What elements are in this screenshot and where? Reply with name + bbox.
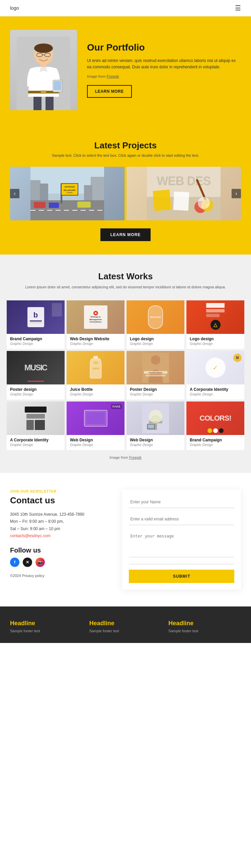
svg-rect-10 [54, 81, 61, 90]
work-title-4: Poster design [10, 387, 61, 392]
name-input[interactable] [129, 496, 234, 508]
follow-us-title: Follow us [10, 547, 109, 554]
svg-rect-12 [45, 97, 54, 110]
work-category-7: Graphic Design [190, 393, 241, 396]
svg-point-5 [34, 43, 53, 53]
works-image-credit: Image from Freepik [7, 456, 244, 460]
twitter-icon[interactable]: ✕ [23, 558, 32, 567]
contact-left: JOIN OUR NEWSLETTER Contact us 3045 10th… [10, 490, 109, 590]
hero-title: Our Portfolio [87, 42, 241, 53]
work-item-logo-design-juice[interactable]: ORANGINA Logo design Graphic Design [126, 300, 184, 349]
join-newsletter-label: JOIN OUR NEWSLETTER [10, 490, 109, 493]
works-freepik-link[interactable]: Freepik [129, 456, 142, 460]
carousel-right-arrow[interactable]: › [231, 189, 241, 198]
contact-right: SUBMIT [122, 490, 241, 590]
work-thumb-web-design-fake: FAKE [67, 402, 125, 435]
work-title-3: Logo design [190, 337, 241, 341]
footer-headline-2: Headline [89, 620, 162, 627]
contact-section: JOIN OUR NEWSLETTER Contact us 3045 10th… [0, 473, 251, 607]
latest-works-subtitle: Lorem ipsum dolor sit amet, consectetur … [7, 284, 244, 290]
work-title-10: Web Design [130, 438, 181, 442]
contact-hours1: Mon – Fri: 9:00 am – 8:00 pm, [10, 518, 109, 525]
svg-rect-46 [146, 375, 166, 376]
carousel-left-arrow[interactable]: ‹ [10, 189, 20, 198]
hamburger-icon[interactable]: ☰ [235, 4, 241, 12]
contact-title: Contact us [10, 495, 109, 506]
work-item-brand-campaign2[interactable]: COLORS! Brand Campaign Graphic Design [186, 402, 244, 450]
work-title-5: Juice Bottle [70, 387, 121, 392]
name-field-wrap [129, 496, 234, 508]
work-thumb-brand-campaign2: COLORS! [186, 402, 244, 435]
work-thumb-web-design-website: Strategy & ManagementConsultancy [67, 300, 125, 334]
message-textarea[interactable] [129, 530, 234, 557]
work-category-8: Graphic Design [10, 443, 61, 447]
svg-point-38 [198, 197, 210, 209]
footer: Headline Sample footer text Headline Sam… [0, 607, 251, 643]
work-item-web-design-website[interactable]: Strategy & ManagementConsultancy Web Des… [67, 300, 125, 349]
work-item-juice-bottle[interactable]: JUICE Juice Bottle Graphic Design [67, 351, 125, 400]
work-item-brand-campaign[interactable]: b Brand Campaign Graphic Design [7, 300, 65, 349]
work-item-corporate-identity2[interactable]: A Corporate Identity Graphic Design [7, 402, 65, 450]
work-category-0: Graphic Design [10, 342, 61, 346]
header: logo ☰ [0, 0, 251, 17]
work-thumb-poster-design: MUSIC [7, 351, 65, 384]
work-thumb-web-design-lamp [126, 402, 184, 435]
work-item-web-design-lamp[interactable]: Web Design Graphic Design [126, 402, 184, 450]
work-title-9: Web Design [70, 438, 121, 442]
work-thumb-poster-design2: POSTER DESIGN [126, 351, 184, 384]
footer-text-3: Sample footer text [168, 629, 241, 633]
work-category-5: Graphic Design [70, 393, 121, 396]
work-category-6: Graphic Design [130, 393, 181, 396]
copyright-text: ©2024 Privacy policy [10, 574, 109, 578]
latest-projects-title: Latest Projects [10, 140, 241, 151]
latest-works-title: Latest Works [7, 271, 244, 282]
work-item-poster-design[interactable]: MUSIC Poster design Graphic Design [7, 351, 65, 400]
footer-text-1: Sample footer text [10, 629, 83, 633]
work-category-1: Graphic Design [70, 342, 121, 346]
work-title-8: A Corporate Identity [10, 438, 61, 442]
submit-button[interactable]: SUBMIT [129, 569, 234, 583]
hero-learn-more-button[interactable]: LEARN MORE [87, 85, 132, 98]
svg-rect-11 [33, 97, 41, 110]
work-thumb-corporate-identity2 [7, 402, 65, 435]
contact-email-link[interactable]: contacts@esdnyc.com [10, 533, 51, 538]
contact-address: 3045 10th Sunrize Avenue, 123-456-7890 [10, 511, 109, 518]
work-category-3: Graphic Design [190, 342, 241, 346]
svg-point-51 [149, 410, 162, 423]
svg-text:BILLBOARD: BILLBOARD [64, 189, 75, 191]
instagram-icon[interactable]: 📷 [35, 558, 45, 567]
latest-works-section: Latest Works Lorem ipsum dolor sit amet,… [0, 254, 251, 473]
contact-info: 3045 10th Sunrize Avenue, 123-456-7890 M… [10, 511, 109, 540]
hero-section: Our Portfolio Ut enim ad minim veniam, q… [0, 17, 251, 124]
work-category-11: Graphic Design [190, 443, 241, 447]
email-field-wrap [129, 514, 234, 525]
work-item-logo-design-corp[interactable]: △ Logo design Graphic Design [186, 300, 244, 349]
work-category-9: Graphic Design [70, 443, 121, 447]
work-title-7: A Corporate Identity [190, 387, 241, 392]
freepik-link[interactable]: Freepik [107, 74, 119, 79]
footer-col-2: Headline Sample footer text [89, 620, 162, 633]
svg-rect-21 [34, 202, 45, 208]
carousel-image-1: OUTDOOR BILLBOARD GmbH [10, 167, 125, 220]
svg-point-44 [151, 355, 160, 365]
hero-description: Ut enim ad minim veniam, quis nostrud ex… [87, 58, 241, 70]
svg-text:WEB DES: WEB DES [157, 174, 211, 188]
contact-hours2: Sat – Sun: 9:00 am – 10 pm [10, 525, 109, 533]
projects-learn-more-button[interactable]: LEARN MORE [100, 228, 151, 241]
work-title-2: Logo design [130, 337, 181, 341]
svg-text:POSTER DESIGN: POSTER DESIGN [149, 372, 163, 374]
work-item-web-design-fake[interactable]: FAKE Web Design Graphic Design [67, 402, 125, 450]
message-field-wrap [129, 530, 234, 559]
email-input[interactable] [129, 514, 234, 525]
work-category-4: Graphic Design [10, 393, 61, 396]
work-title-0: Brand Campaign [10, 337, 61, 341]
svg-rect-8 [41, 90, 46, 94]
work-item-poster-design2[interactable]: POSTER DESIGN Poster Design Graphic Desi… [126, 351, 184, 400]
work-category-2: Graphic Design [130, 342, 181, 346]
hero-image-credit: Image from Freepik [87, 74, 241, 80]
facebook-icon[interactable]: f [10, 558, 20, 567]
work-item-corporate-identity[interactable]: ✓ M A Corporate Identity Graphic Design [186, 351, 244, 400]
svg-point-42 [93, 361, 98, 364]
work-thumb-logo-design-juice: ORANGINA [126, 300, 184, 334]
latest-projects-subtitle: Sample text. Click to select the text bo… [10, 153, 241, 157]
